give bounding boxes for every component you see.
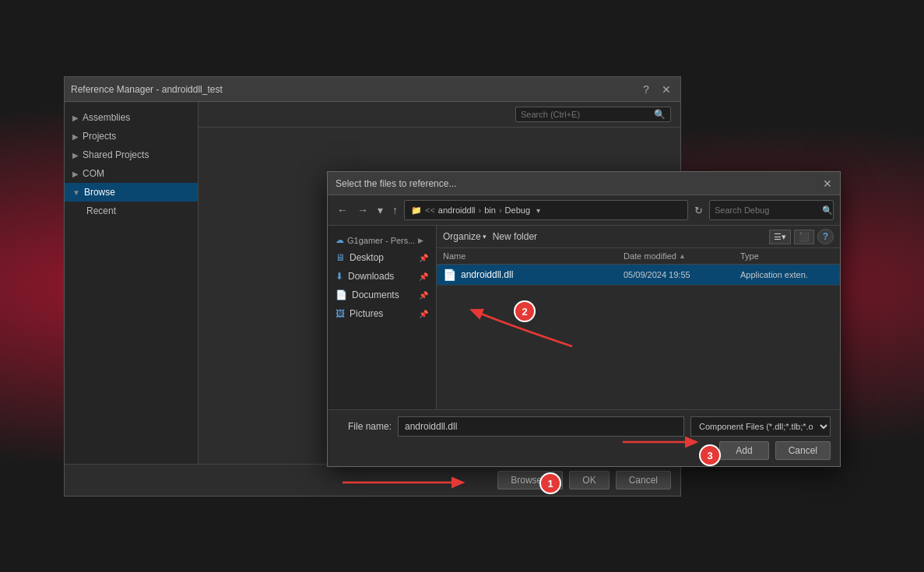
ref-manager-titlebar: Reference Manager - androiddll_test ? ✕ [65, 77, 680, 102]
documents-icon: 📄 [336, 290, 347, 300]
file-table-header: Name Date modified ▲ Type [437, 248, 840, 265]
add-button[interactable]: Add [719, 441, 768, 460]
file-dialog-close-button[interactable]: ✕ [823, 177, 832, 190]
sidebar-label-projects: Projects [83, 131, 116, 142]
sidebar-label-shared: Shared Projects [83, 149, 149, 160]
filetype-select[interactable]: Component Files (*.dll;*.tlb;*.ol [690, 416, 831, 437]
ref-toolbar: 🔍 [199, 102, 680, 128]
ref-manager-title: Reference Manager - androiddll_test [71, 84, 223, 95]
pin-icon-downloads: 📌 [419, 272, 428, 281]
qa-label-desktop: Desktop [350, 252, 384, 263]
sidebar-item-browse[interactable]: ▼ Browse [65, 183, 198, 202]
qa-expand-arrow: ▶ [418, 237, 423, 244]
pin-icon-desktop: 📌 [419, 254, 428, 262]
sidebar-label-browse: Browse [84, 187, 115, 198]
sidebar-item-com[interactable]: ▶ COM [65, 164, 198, 183]
breadcrumb-path[interactable]: 📁 << androiddll › bin › Debug ▾ [404, 200, 688, 220]
file-search-icon: 🔍 [822, 205, 833, 216]
sidebar: ▶ Assemblies ▶ Projects ▶ Shared Project… [65, 102, 199, 464]
breadcrumb-root-icon: 📁 [411, 205, 422, 216]
sidebar-label-assemblies: Assemblies [83, 112, 130, 123]
browse-button[interactable]: Browse... [497, 471, 563, 490]
new-folder-button[interactable]: New folder [493, 231, 537, 242]
file-list-toolbar: Organize ▾ New folder ☰▾ ⬛ ? [437, 226, 840, 248]
back-button[interactable]: ← [334, 202, 351, 218]
expand-arrow-browse: ▼ [72, 188, 80, 197]
expand-arrow-projects: ▶ [72, 132, 79, 141]
up-button[interactable]: ↑ [389, 202, 401, 218]
organize-label: Organize [443, 231, 481, 242]
breadcrumb-dropdown[interactable]: ▾ [536, 206, 540, 215]
cancel-button[interactable]: Cancel [616, 471, 671, 490]
breadcrumb-root: androiddll [438, 205, 476, 215]
qa-item-desktop[interactable]: 🖥 Desktop 📌 [328, 248, 436, 267]
pictures-icon: 🖼 [336, 308, 345, 319]
help-button[interactable]: ? [638, 83, 654, 96]
breadcrumb-arrow1: › [479, 205, 482, 215]
file-dialog-footer: File name: Component Files (*.dll;*.tlb;… [328, 409, 840, 466]
qa-label-downloads: Downloads [348, 271, 394, 282]
organize-button[interactable]: Organize ▾ [443, 231, 487, 242]
cloud-icon: ☁ [336, 235, 344, 245]
file-dialog-titlebar: Select the files to reference... ✕ [328, 172, 840, 195]
file-nav-bar: ← → ▾ ↑ 📁 << androiddll › bin › Debug ▾ … [328, 195, 840, 226]
file-dialog-body: ☁ G1gamer - Pers... ▶ 🖥 Desktop 📌 ⬇ Down… [328, 226, 840, 409]
filename-label: File name: [337, 421, 392, 432]
sidebar-label-com: COM [83, 168, 104, 179]
qa-section-header[interactable]: ☁ G1gamer - Pers... ▶ [328, 232, 436, 248]
forward-button[interactable]: → [354, 202, 371, 218]
breadcrumb-sub2: Debug [505, 205, 530, 215]
sort-arrow-date: ▲ [679, 252, 686, 260]
view-list-button[interactable]: ☰▾ [769, 230, 791, 244]
file-table: 📄 androiddll.dll 05/09/2024 19:55 Applic… [437, 265, 840, 409]
file-search-input[interactable] [715, 205, 822, 215]
organize-dropdown-icon: ▾ [483, 233, 487, 240]
file-type-cell: Application exten. [740, 270, 834, 279]
pin-icon-pictures: 📌 [419, 310, 428, 318]
file-dialog: Select the files to reference... ✕ ← → ▾… [327, 171, 841, 467]
expand-arrow-shared: ▶ [72, 151, 79, 160]
qa-item-documents[interactable]: 📄 Documents 📌 [328, 286, 436, 304]
col-name[interactable]: Name [443, 251, 624, 261]
refresh-button[interactable]: ↻ [691, 203, 706, 218]
ok-button[interactable]: OK [569, 471, 609, 490]
file-cancel-button[interactable]: Cancel [775, 441, 831, 460]
view-preview-button[interactable]: ⬛ [794, 230, 814, 244]
sidebar-item-assemblies[interactable]: ▶ Assemblies [65, 108, 198, 127]
sidebar-item-recent[interactable]: Recent [65, 202, 198, 220]
qa-item-pictures[interactable]: 🖼 Pictures 📌 [328, 304, 436, 323]
titlebar-actions: ? ✕ [638, 83, 674, 96]
file-name-cell: androiddll.dll [461, 269, 624, 280]
table-row[interactable]: 📄 androiddll.dll 05/09/2024 19:55 Applic… [437, 265, 840, 286]
breadcrumb-sub1: bin [484, 205, 496, 215]
dialog-help-button[interactable]: ? [817, 229, 834, 244]
file-list-panel: Organize ▾ New folder ☰▾ ⬛ ? Name Date m… [437, 226, 840, 409]
ref-footer: Browse... OK Cancel [65, 464, 680, 496]
qa-label-documents: Documents [352, 290, 399, 300]
fl-right: ☰▾ ⬛ ? [769, 229, 834, 244]
file-search-box[interactable]: 🔍 [709, 200, 834, 220]
col-date[interactable]: Date modified ▲ [624, 251, 740, 261]
sidebar-item-shared-projects[interactable]: ▶ Shared Projects [65, 146, 198, 164]
quick-access-panel: ☁ G1gamer - Pers... ▶ 🖥 Desktop 📌 ⬇ Down… [328, 226, 437, 409]
breadcrumb-sep1: << [425, 205, 435, 215]
sidebar-label-recent: Recent [86, 205, 116, 216]
downloads-icon: ⬇ [336, 271, 343, 282]
expand-arrow-com: ▶ [72, 170, 79, 178]
file-dialog-title: Select the files to reference... [336, 178, 456, 189]
search-input[interactable] [521, 110, 654, 119]
file-date-cell: 05/09/2024 19:55 [624, 270, 740, 279]
qa-section-label: G1gamer - Pers... [347, 236, 415, 245]
file-actions-row: Add Cancel [337, 441, 831, 460]
pin-icon-documents: 📌 [419, 291, 428, 300]
down-button[interactable]: ▾ [374, 202, 386, 218]
search-box[interactable]: 🔍 [515, 107, 671, 122]
filename-row: File name: Component Files (*.dll;*.tlb;… [337, 416, 831, 437]
close-button[interactable]: ✕ [659, 83, 674, 96]
sidebar-item-projects[interactable]: ▶ Projects [65, 127, 198, 146]
search-icon: 🔍 [654, 109, 666, 120]
filename-input[interactable] [398, 416, 684, 437]
breadcrumb-arrow2: › [499, 205, 502, 215]
fl-left: Organize ▾ New folder [443, 231, 537, 242]
qa-item-downloads[interactable]: ⬇ Downloads 📌 [328, 267, 436, 286]
